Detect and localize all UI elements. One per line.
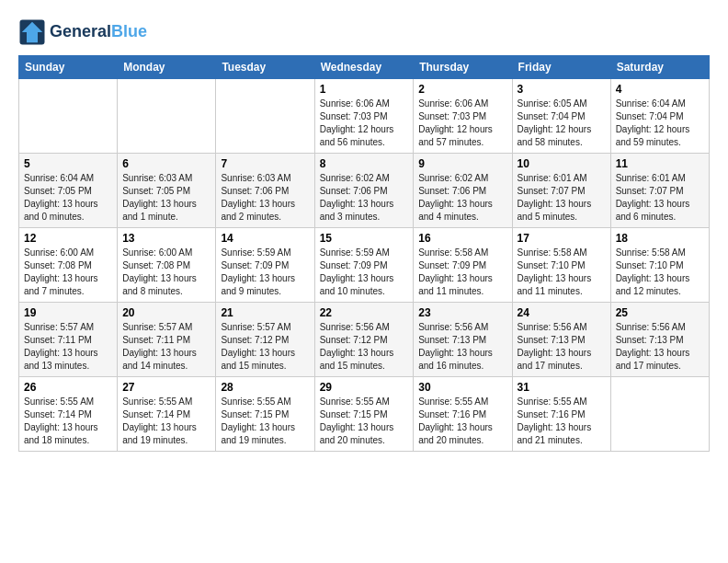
day-info: Sunrise: 5:57 AM Sunset: 7:12 PM Dayligh… xyxy=(221,321,309,373)
day-info: Sunrise: 5:55 AM Sunset: 7:16 PM Dayligh… xyxy=(418,396,506,447)
calendar-week-1: 1Sunrise: 6:06 AM Sunset: 7:03 PM Daylig… xyxy=(19,79,710,154)
calendar-cell: 21Sunrise: 5:57 AM Sunset: 7:12 PM Dayli… xyxy=(216,303,314,377)
calendar-cell: 22Sunrise: 5:56 AM Sunset: 7:12 PM Dayli… xyxy=(314,303,414,377)
calendar-cell: 3Sunrise: 6:05 AM Sunset: 7:04 PM Daylig… xyxy=(512,79,610,154)
calendar-cell: 20Sunrise: 5:57 AM Sunset: 7:11 PM Dayli… xyxy=(118,303,216,377)
day-number: 11 xyxy=(616,157,704,170)
day-info: Sunrise: 6:00 AM Sunset: 7:08 PM Dayligh… xyxy=(122,247,210,298)
calendar-header-monday: Monday xyxy=(118,56,216,79)
day-info: Sunrise: 6:05 AM Sunset: 7:04 PM Dayligh… xyxy=(518,98,606,149)
day-number: 3 xyxy=(518,83,606,96)
day-number: 9 xyxy=(418,157,506,170)
day-number: 20 xyxy=(122,306,210,319)
day-number: 26 xyxy=(24,381,112,394)
day-info: Sunrise: 6:02 AM Sunset: 7:06 PM Dayligh… xyxy=(418,172,506,224)
calendar-cell: 4Sunrise: 6:04 AM Sunset: 7:04 PM Daylig… xyxy=(610,79,709,154)
calendar-cell: 23Sunrise: 5:56 AM Sunset: 7:13 PM Dayli… xyxy=(414,303,512,377)
day-info: Sunrise: 6:04 AM Sunset: 7:05 PM Dayligh… xyxy=(24,172,112,224)
day-number: 2 xyxy=(418,83,506,96)
day-info: Sunrise: 6:06 AM Sunset: 7:03 PM Dayligh… xyxy=(320,98,409,149)
calendar: SundayMondayTuesdayWednesdayThursdayFrid… xyxy=(18,55,710,452)
calendar-cell: 11Sunrise: 6:01 AM Sunset: 7:07 PM Dayli… xyxy=(610,154,709,228)
day-number: 16 xyxy=(418,232,506,245)
day-info: Sunrise: 5:55 AM Sunset: 7:15 PM Dayligh… xyxy=(320,396,409,447)
calendar-cell: 17Sunrise: 5:58 AM Sunset: 7:10 PM Dayli… xyxy=(512,228,610,303)
day-number: 12 xyxy=(24,232,112,245)
calendar-cell: 25Sunrise: 5:56 AM Sunset: 7:13 PM Dayli… xyxy=(610,303,709,377)
calendar-cell: 26Sunrise: 5:55 AM Sunset: 7:14 PM Dayli… xyxy=(19,377,118,452)
day-number: 7 xyxy=(221,157,309,170)
day-info: Sunrise: 5:59 AM Sunset: 7:09 PM Dayligh… xyxy=(320,247,409,298)
day-info: Sunrise: 5:58 AM Sunset: 7:10 PM Dayligh… xyxy=(518,247,606,298)
day-info: Sunrise: 5:57 AM Sunset: 7:11 PM Dayligh… xyxy=(24,321,112,373)
day-info: Sunrise: 5:57 AM Sunset: 7:11 PM Dayligh… xyxy=(122,321,210,373)
logo: GeneralBlue xyxy=(18,18,147,46)
calendar-cell: 7Sunrise: 6:03 AM Sunset: 7:06 PM Daylig… xyxy=(216,154,314,228)
day-info: Sunrise: 6:04 AM Sunset: 7:04 PM Dayligh… xyxy=(616,98,704,149)
calendar-cell: 27Sunrise: 5:55 AM Sunset: 7:14 PM Dayli… xyxy=(118,377,216,452)
calendar-cell: 31Sunrise: 5:55 AM Sunset: 7:16 PM Dayli… xyxy=(512,377,610,452)
calendar-cell: 18Sunrise: 5:58 AM Sunset: 7:10 PM Dayli… xyxy=(610,228,709,303)
day-info: Sunrise: 6:00 AM Sunset: 7:08 PM Dayligh… xyxy=(24,247,112,298)
calendar-header-row: SundayMondayTuesdayWednesdayThursdayFrid… xyxy=(19,56,710,79)
day-number: 14 xyxy=(221,232,309,245)
day-info: Sunrise: 5:55 AM Sunset: 7:16 PM Dayligh… xyxy=(518,396,606,447)
day-info: Sunrise: 5:56 AM Sunset: 7:13 PM Dayligh… xyxy=(418,321,506,373)
day-number: 6 xyxy=(122,157,210,170)
day-number: 28 xyxy=(221,381,309,394)
calendar-cell: 1Sunrise: 6:06 AM Sunset: 7:03 PM Daylig… xyxy=(314,79,414,154)
day-info: Sunrise: 5:56 AM Sunset: 7:13 PM Dayligh… xyxy=(616,321,704,373)
day-number: 24 xyxy=(518,306,606,319)
calendar-header-wednesday: Wednesday xyxy=(314,56,414,79)
day-number: 17 xyxy=(518,232,606,245)
calendar-cell xyxy=(610,377,709,452)
day-number: 4 xyxy=(616,83,704,96)
day-info: Sunrise: 5:56 AM Sunset: 7:13 PM Dayligh… xyxy=(518,321,606,373)
logo-text: GeneralBlue xyxy=(50,23,147,41)
day-info: Sunrise: 6:01 AM Sunset: 7:07 PM Dayligh… xyxy=(518,172,606,224)
calendar-week-3: 12Sunrise: 6:00 AM Sunset: 7:08 PM Dayli… xyxy=(19,228,710,303)
day-number: 27 xyxy=(122,381,210,394)
day-info: Sunrise: 5:55 AM Sunset: 7:14 PM Dayligh… xyxy=(122,396,210,447)
calendar-header-tuesday: Tuesday xyxy=(216,56,314,79)
calendar-cell: 19Sunrise: 5:57 AM Sunset: 7:11 PM Dayli… xyxy=(19,303,118,377)
calendar-cell: 28Sunrise: 5:55 AM Sunset: 7:15 PM Dayli… xyxy=(216,377,314,452)
calendar-cell: 5Sunrise: 6:04 AM Sunset: 7:05 PM Daylig… xyxy=(19,154,118,228)
calendar-cell: 8Sunrise: 6:02 AM Sunset: 7:06 PM Daylig… xyxy=(314,154,414,228)
day-number: 21 xyxy=(221,306,309,319)
calendar-cell xyxy=(216,79,314,154)
day-number: 8 xyxy=(320,157,409,170)
day-number: 13 xyxy=(122,232,210,245)
day-number: 19 xyxy=(24,306,112,319)
day-info: Sunrise: 5:55 AM Sunset: 7:15 PM Dayligh… xyxy=(221,396,309,447)
calendar-cell: 16Sunrise: 5:58 AM Sunset: 7:09 PM Dayli… xyxy=(414,228,512,303)
day-number: 18 xyxy=(616,232,704,245)
calendar-week-5: 26Sunrise: 5:55 AM Sunset: 7:14 PM Dayli… xyxy=(19,377,710,452)
day-number: 23 xyxy=(418,306,506,319)
day-number: 29 xyxy=(320,381,409,394)
day-number: 31 xyxy=(518,381,606,394)
calendar-header-sunday: Sunday xyxy=(19,56,118,79)
day-info: Sunrise: 6:01 AM Sunset: 7:07 PM Dayligh… xyxy=(616,172,704,224)
day-info: Sunrise: 6:06 AM Sunset: 7:03 PM Dayligh… xyxy=(418,98,506,149)
calendar-header-thursday: Thursday xyxy=(414,56,512,79)
day-number: 10 xyxy=(518,157,606,170)
calendar-cell: 30Sunrise: 5:55 AM Sunset: 7:16 PM Dayli… xyxy=(414,377,512,452)
day-info: Sunrise: 6:02 AM Sunset: 7:06 PM Dayligh… xyxy=(320,172,409,224)
day-info: Sunrise: 6:03 AM Sunset: 7:05 PM Dayligh… xyxy=(122,172,210,224)
calendar-cell: 9Sunrise: 6:02 AM Sunset: 7:06 PM Daylig… xyxy=(414,154,512,228)
day-info: Sunrise: 6:03 AM Sunset: 7:06 PM Dayligh… xyxy=(221,172,309,224)
day-info: Sunrise: 5:58 AM Sunset: 7:10 PM Dayligh… xyxy=(616,247,704,298)
day-number: 5 xyxy=(24,157,112,170)
calendar-week-2: 5Sunrise: 6:04 AM Sunset: 7:05 PM Daylig… xyxy=(19,154,710,228)
header: GeneralBlue xyxy=(18,18,710,46)
day-info: Sunrise: 5:58 AM Sunset: 7:09 PM Dayligh… xyxy=(418,247,506,298)
day-number: 1 xyxy=(320,83,409,96)
calendar-cell xyxy=(19,79,118,154)
calendar-cell: 29Sunrise: 5:55 AM Sunset: 7:15 PM Dayli… xyxy=(314,377,414,452)
logo-icon xyxy=(18,18,46,46)
day-info: Sunrise: 5:59 AM Sunset: 7:09 PM Dayligh… xyxy=(221,247,309,298)
day-number: 25 xyxy=(616,306,704,319)
day-info: Sunrise: 5:56 AM Sunset: 7:12 PM Dayligh… xyxy=(320,321,409,373)
calendar-week-4: 19Sunrise: 5:57 AM Sunset: 7:11 PM Dayli… xyxy=(19,303,710,377)
